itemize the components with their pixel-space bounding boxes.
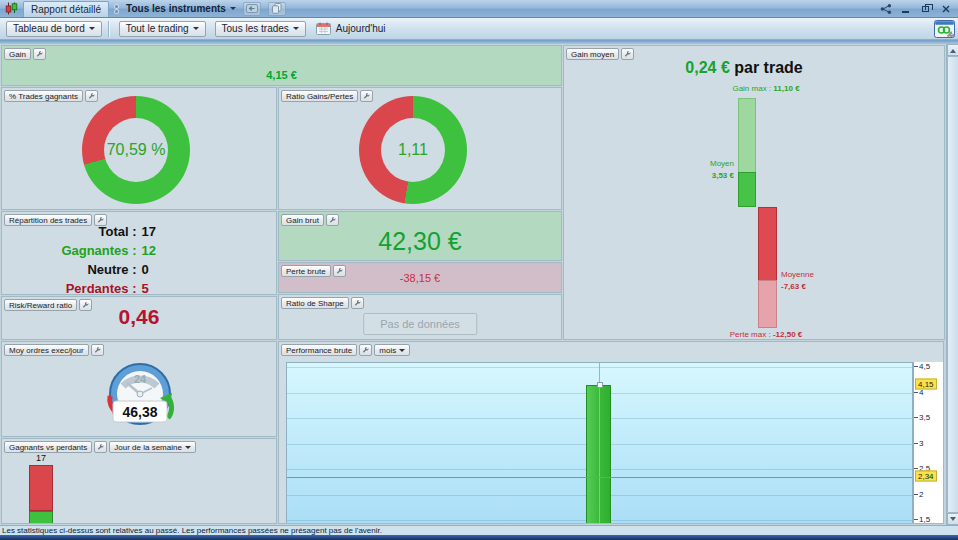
panel-ratio-de-sharpe: Ratio de Sharpe Pas de données [278, 294, 562, 340]
perte-max-label: Perte max : -12,50 € [586, 330, 945, 339]
wrench-icon-button[interactable] [351, 297, 364, 309]
clock-24-label: 24 [134, 373, 147, 385]
moyen-value: 3,53 € [564, 171, 734, 180]
panel-label-button[interactable]: Perte brute [281, 265, 331, 277]
trading-scope-dropdown[interactable]: Tout le trading [119, 21, 206, 37]
scrollbar-thumb[interactable] [947, 56, 958, 513]
wrench-icon-button[interactable] [79, 299, 92, 311]
wrench-icon [97, 216, 104, 224]
filter-toolbar: Tableau de bord Tout le trading Tous les… [0, 18, 958, 40]
copy-icon [272, 3, 282, 14]
panel-label-button[interactable]: Risk/Reward ratio [4, 299, 77, 311]
gross-gain-value: 42,30 € [279, 227, 561, 256]
back-icon [246, 4, 258, 13]
wrench-icon-button[interactable] [333, 265, 346, 277]
restore-button[interactable] [919, 3, 932, 15]
wrench-icon-button[interactable] [94, 214, 107, 226]
wrench-icon-button[interactable] [85, 90, 98, 102]
close-icon [942, 5, 950, 13]
wrench-icon [329, 216, 336, 224]
copy-report-button[interactable] [268, 2, 286, 16]
trade-breakdown-list: Total :17 Gagnantes :12 Neutre :0 Perdan… [2, 222, 276, 295]
bar-total-label: 17 [29, 453, 53, 463]
panel-label-button[interactable]: Gain moyen [566, 48, 619, 60]
period-dropdown[interactable]: mois [374, 344, 410, 356]
minimize-button[interactable] [899, 3, 912, 15]
panel-label-button[interactable]: Gagnants vs perdants [4, 441, 92, 453]
y-tick-label: 4,5 [919, 362, 930, 371]
panel-gain-moyen: Gain moyen 0,24 € par trade Gain max : 1… [563, 45, 945, 340]
scroll-up-button[interactable] [947, 44, 958, 56]
current-value-label: 4,15 [915, 379, 937, 390]
restore-icon [922, 6, 929, 12]
wrench-icon-button[interactable] [360, 90, 373, 102]
moyen-label: Moyen [564, 159, 734, 168]
instruments-dropdown[interactable]: Tous les instruments [126, 3, 236, 14]
reference-horizontal-line [287, 477, 912, 478]
wrench-icon-button[interactable] [326, 214, 339, 226]
scroll-down-button[interactable] [947, 513, 958, 525]
reference-value-label: 2,34 [915, 471, 937, 482]
calendar-icon[interactable] [316, 22, 331, 35]
gain-value: 4,15 € [2, 69, 561, 81]
report-tab[interactable]: Rapport détaillé [23, 1, 109, 17]
panel-label-button[interactable]: % Trades gagnants [4, 90, 83, 102]
dashboard-grid: Gain 4,15 € % Trades gagnants 70,59 % Ra… [0, 44, 958, 525]
dashboard-dropdown-label: Tableau de bord [13, 23, 85, 34]
average-gain-title: 0,24 € par trade [564, 59, 924, 77]
wrench-icon [88, 92, 95, 100]
trades-filter-dropdown-label: Tous les trades [222, 23, 289, 34]
max-loss-bar [758, 280, 777, 328]
y-tick-label: 1,5 [919, 515, 930, 524]
weekday-dropdown[interactable]: Jour de la semaine [109, 441, 196, 453]
orders-per-day-value: 46,38 [122, 404, 157, 420]
moyenne-value: -7,63 € [781, 282, 806, 291]
performance-y-axis: 4,5 4 3,5 3 2,5 2 1,5 4,15 2,34 [913, 362, 944, 524]
crosshair-marker [597, 382, 603, 388]
panel-label-button[interactable]: Répartition des trades [4, 214, 92, 226]
vertical-scrollbar[interactable] [946, 44, 958, 525]
panel-label-button[interactable]: Moy ordres exec/jour [4, 344, 89, 356]
wrench-icon [624, 50, 631, 58]
wrench-icon-button[interactable] [91, 344, 104, 356]
dashboard-dropdown[interactable]: Tableau de bord [6, 21, 102, 37]
trading-scope-dropdown-label: Tout le trading [126, 23, 189, 34]
panel-perte-brute: Perte brute -38,15 € [278, 262, 562, 293]
triangle-down-icon [950, 517, 956, 524]
trades-filter-dropdown[interactable]: Tous les trades [215, 21, 306, 37]
wrench-icon [36, 50, 43, 58]
panel-label-button[interactable]: Ratio de Sharpe [281, 297, 349, 309]
wrench-icon [97, 443, 104, 451]
y-tick-label: 3,5 [919, 413, 930, 422]
panel-risk-reward: Risk/Reward ratio 0,46 [1, 296, 277, 340]
winning-row: Gagnantes :12 [2, 241, 276, 260]
panel-moy-ordres-exec-jour: Moy ordres exec/jour 24 46,38 [1, 341, 277, 437]
winning-trades-donut-chart: 70,59 % [82, 96, 190, 204]
close-button[interactable] [939, 3, 952, 15]
losing-bar-segment [29, 465, 53, 511]
y-tick-label: 2 [919, 490, 923, 499]
report-tab-label: Rapport détaillé [31, 4, 101, 15]
panel-pct-trades-gagnants: % Trades gagnants 70,59 % [1, 87, 277, 210]
toolbar-grip-handle[interactable] [115, 5, 118, 13]
average-loss-bar [758, 207, 777, 280]
wrench-icon [362, 346, 369, 354]
panel-label-button[interactable]: Gain [4, 48, 31, 60]
panel-label-button[interactable]: Performance brute [281, 344, 357, 356]
winning-trades-percent: 70,59 % [82, 96, 190, 204]
wrench-icon-button[interactable] [621, 48, 634, 60]
panel-label-button[interactable]: Ratio Gains/Pertes [281, 90, 358, 102]
performance-chart-area[interactable] [286, 362, 913, 524]
window-titlebar: Rapport détaillé Tous les instruments [0, 0, 958, 18]
winning-bar-segment [29, 511, 53, 524]
wrench-icon-button[interactable] [94, 441, 107, 453]
period-today-label[interactable]: Aujourd'hui [336, 23, 386, 34]
share-icon[interactable] [880, 4, 892, 14]
previous-view-button[interactable] [243, 2, 261, 16]
chart-settings-icon[interactable] [934, 20, 955, 40]
panel-performance-brute: Performance brute mois 4,5 4 3,5 3 2,5 2… [278, 341, 944, 524]
wrench-icon-button[interactable] [359, 344, 372, 356]
wrench-icon-button[interactable] [33, 48, 46, 60]
toolbar-separator [108, 21, 109, 37]
panel-label-button[interactable]: Gain brut [281, 214, 324, 226]
